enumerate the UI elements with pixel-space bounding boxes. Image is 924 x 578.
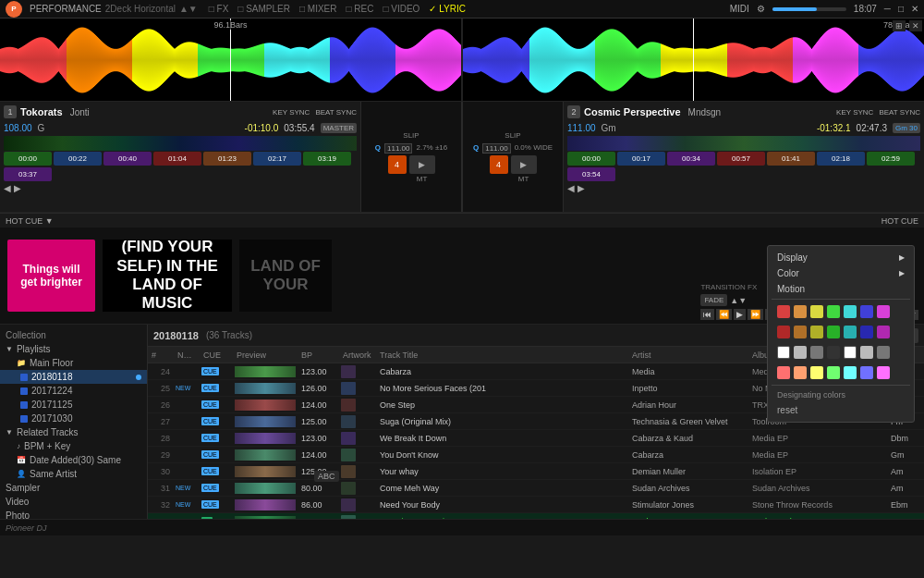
swatch-r1-5[interactable]	[844, 305, 857, 318]
sidebar-item-20171030[interactable]: 20171030	[0, 412, 147, 425]
sidebar-item-same-artist[interactable]: 👤 Same Artist	[0, 467, 147, 481]
swatch-r1-3[interactable]	[810, 305, 823, 318]
deck1-prev[interactable]: ◀	[4, 183, 11, 193]
deck2-next[interactable]: ▶	[578, 183, 585, 193]
sidebar-item-20171224[interactable]: 20171224	[0, 384, 147, 398]
deck2-cue-3[interactable]: 00:57	[717, 152, 765, 166]
swatch-r4-7[interactable]	[877, 366, 890, 379]
deck1-key-sync[interactable]: KEY SYNC	[273, 108, 310, 117]
table-row[interactable]: 28 CUE 123.00 We Break It Down Cabarza &…	[148, 430, 924, 447]
sidebar-item-photo[interactable]: Photo	[0, 509, 147, 519]
deck1-next[interactable]: ▶	[14, 183, 21, 193]
deck2-waveform-strip[interactable]	[567, 136, 920, 151]
deck1-cue-4[interactable]: 01:23	[203, 152, 251, 166]
rec-checkbox[interactable]: □ REC	[346, 4, 373, 14]
lyric-play-next[interactable]: ⏩	[748, 309, 763, 320]
swatch-r4-1[interactable]	[777, 366, 790, 379]
swatch-r3-1[interactable]	[777, 346, 790, 359]
sidebar-item-20180118[interactable]: 20180118	[0, 370, 147, 384]
swatch-r2-5[interactable]	[844, 326, 857, 338]
swatch-r4-4[interactable]	[827, 366, 840, 379]
waveform-deck2[interactable]: 78.2Bars ⊞ ✕	[463, 18, 924, 101]
fade-btn[interactable]: FADE	[700, 294, 727, 306]
swatch-r1-6[interactable]	[860, 305, 873, 318]
swatch-r2-2[interactable]	[794, 326, 807, 338]
sidebar-item-related-tracks[interactable]: ▼ Related Tracks	[0, 425, 147, 439]
deck1-beat-sync[interactable]: BEAT SYNC	[315, 108, 357, 117]
volume-bar[interactable]	[772, 7, 846, 11]
waveform-deck1[interactable]: 96.1Bars	[0, 18, 461, 101]
deck1-cue-6[interactable]: 03:19	[303, 152, 351, 166]
sidebar-item-main-floor[interactable]: 📁 Main Floor	[0, 356, 147, 370]
deck1-cue-1[interactable]: 00:22	[54, 152, 102, 166]
sidebar-item-sampler[interactable]: Sampler	[0, 481, 147, 495]
sidebar-item-video[interactable]: Video	[0, 495, 147, 509]
table-row-playing[interactable]: 33 NEW ■2 111.00 Cosmic Perspective Mnds…	[148, 513, 924, 519]
table-row[interactable]: 32 NEW CUE 86.00 Need Your Body Stimulat…	[148, 497, 924, 513]
waveform-tool-1[interactable]: ⊞	[893, 20, 906, 31]
deck1-cue-2[interactable]: 00:40	[103, 152, 152, 166]
deck1-cue-0[interactable]: 00:00	[4, 152, 52, 166]
deck2-prev[interactable]: ◀	[567, 183, 575, 193]
swatch-r1-2[interactable]	[794, 305, 807, 318]
deck1-master[interactable]: MASTER	[321, 123, 357, 133]
fade-arrow[interactable]: ▲▼	[730, 296, 747, 305]
video-checkbox[interactable]: □ VIDEO	[383, 4, 419, 14]
sidebar-item-20171125[interactable]: 20171125	[0, 398, 147, 412]
deck2-key-sync[interactable]: KEY SYNC	[836, 108, 873, 117]
swatch-r3-3[interactable]	[810, 346, 823, 359]
deck-mode-label[interactable]: 2Deck Horizontal	[105, 4, 176, 14]
deck2-beat-4[interactable]: 4	[490, 155, 508, 174]
sampler-checkbox[interactable]: □ SAMPLER	[237, 4, 290, 14]
table-row[interactable]: 29 CUE 124.00 You Don't Know Cabarza Med…	[148, 447, 924, 463]
lyric-skip-back[interactable]: ⏮	[700, 309, 714, 320]
swatch-r3-6[interactable]	[860, 346, 873, 359]
lyric-play[interactable]: ▶	[734, 309, 746, 320]
deck2-beat-sync[interactable]: BEAT SYNC	[879, 108, 920, 117]
cp-display-item[interactable]: Display ▶	[772, 250, 910, 265]
cp-color-item[interactable]: Color ▶	[772, 265, 910, 281]
swatch-r4-2[interactable]	[794, 366, 807, 379]
deck2-cue-0[interactable]: 00:00	[567, 152, 615, 166]
swatch-r2-4[interactable]	[827, 326, 840, 338]
hot-cue-label-2[interactable]: HOT CUE	[881, 216, 918, 226]
sidebar-item-bpm-key[interactable]: ♪ BPM + Key	[0, 439, 147, 453]
deck1-beat-4[interactable]: 4	[388, 155, 407, 174]
swatch-r2-1[interactable]	[777, 326, 790, 338]
deck1-q-label[interactable]: Q	[375, 143, 381, 152]
settings-icon[interactable]: ⚙	[757, 4, 765, 14]
midi-label[interactable]: MIDI	[730, 4, 749, 14]
table-row[interactable]: 30 CUE 125.00 Your whay Demian Muller Is…	[148, 463, 924, 480]
performance-label[interactable]: PERFORMANCE	[30, 4, 102, 14]
deck1-cue-7[interactable]: 03:37	[4, 167, 52, 181]
mixer-checkbox[interactable]: □ MIXER	[299, 4, 337, 14]
lyric-play-prev[interactable]: ⏪	[716, 309, 732, 320]
swatch-r2-7[interactable]	[877, 326, 890, 338]
swatch-r3-4[interactable]	[827, 346, 840, 359]
table-row[interactable]: 31 NEW CUE 80.00 Come Meh Way Sudan Arch…	[148, 480, 924, 497]
deck1-play[interactable]: ▶	[409, 155, 435, 174]
deck2-play[interactable]: ▶	[511, 155, 537, 174]
minimize-btn[interactable]: ─	[884, 4, 891, 14]
deck2-cue-4[interactable]: 01:41	[767, 152, 815, 166]
sidebar-item-playlists[interactable]: ▼ Playlists	[0, 342, 147, 356]
close-btn[interactable]: ✕	[911, 4, 918, 14]
waveform-tool-2[interactable]: ✕	[909, 20, 922, 31]
maximize-btn[interactable]: □	[898, 4, 904, 14]
deck2-cue-7[interactable]: 03:54	[567, 167, 615, 181]
swatch-r1-1[interactable]	[777, 305, 790, 318]
deck1-cue-5[interactable]: 02:17	[253, 152, 301, 166]
swatch-r3-5[interactable]	[844, 346, 857, 359]
swatch-r3-7[interactable]	[877, 346, 890, 359]
deck2-q-label[interactable]: Q	[473, 143, 479, 152]
deck1-cue-3[interactable]: 01:04	[153, 152, 201, 166]
sidebar-item-date-added[interactable]: 📅 Date Added(30) Same	[0, 453, 147, 467]
cp-reset-btn[interactable]: reset	[772, 402, 910, 418]
deck2-cue-2[interactable]: 00:34	[667, 152, 715, 166]
fx-checkbox[interactable]: □ FX	[209, 4, 229, 14]
deck2-cue-5[interactable]: 02:18	[817, 152, 865, 166]
swatch-r2-3[interactable]	[810, 326, 823, 338]
swatch-r4-3[interactable]	[810, 366, 823, 379]
swatch-r4-6[interactable]	[860, 366, 873, 379]
lyric-checkbox[interactable]: ✓ LYRIC	[429, 4, 466, 14]
